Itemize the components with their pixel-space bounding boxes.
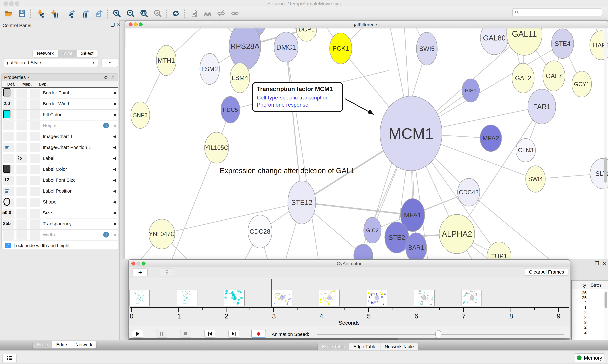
show-details-button[interactable]	[229, 8, 241, 18]
bypass-cell[interactable]	[30, 220, 40, 229]
color-swatch[interactable]	[3, 88, 11, 96]
tab-node-table[interactable]: Node Table	[318, 343, 349, 350]
delete-frame-button[interactable]	[160, 269, 174, 276]
timeline-frame-5[interactable]	[367, 290, 387, 306]
expand-arrow-icon[interactable]: ◀	[113, 102, 116, 106]
float-panel-icon[interactable]: ❐	[111, 22, 115, 28]
timeline-playhead[interactable]	[271, 279, 272, 308]
mapping-cell[interactable]	[16, 187, 27, 196]
skip-to-start-button[interactable]	[204, 330, 215, 338]
zoom-fit-button[interactable]	[138, 8, 151, 18]
network-node-cdc42[interactable]: CDC42	[457, 178, 480, 206]
tab-select[interactable]: Select	[76, 50, 98, 57]
expand-arrow-icon[interactable]: ◀	[113, 221, 116, 226]
timeline[interactable]: 0123456789 Seconds	[129, 279, 570, 326]
network-node-pck1[interactable]: PCK1	[330, 33, 352, 64]
close-panel-icon[interactable]: ✕	[117, 22, 121, 28]
network-node-ste2[interactable]: STE2	[385, 222, 409, 253]
mapping-cell[interactable]	[16, 176, 27, 185]
property-row-border-paint[interactable]: Border Paint◀	[1, 88, 118, 99]
expand-arrow-icon[interactable]: ◀	[113, 211, 116, 215]
expand-arrow-icon[interactable]: ◀	[113, 134, 116, 139]
close-panel-icon[interactable]: ✕	[602, 260, 607, 266]
mapping-cell[interactable]	[16, 198, 27, 207]
network-node-snf3[interactable]: SNF3	[131, 102, 150, 128]
property-row-width[interactable]: Widthi◀	[1, 230, 118, 241]
memory-button[interactable]: Memory	[575, 353, 604, 362]
default-value-cell[interactable]	[3, 132, 14, 141]
import-table-button[interactable]	[47, 8, 60, 18]
network-node-yil105c[interactable]: YIL105C	[205, 132, 229, 163]
network-node-dmc1[interactable]: DMC1	[274, 32, 298, 62]
bypass-cell[interactable]	[30, 121, 40, 130]
column-header[interactable]: Stres	[591, 282, 602, 288]
tab-node[interactable]: Node	[33, 341, 52, 348]
table-cell[interactable]: 26	[572, 291, 587, 296]
timeline-frame-4[interactable]	[319, 290, 339, 306]
tab-network-table[interactable]: Network Table	[380, 343, 418, 350]
network-node-gal80[interactable]: GAL80	[480, 28, 508, 55]
bypass-cell[interactable]	[30, 230, 40, 240]
tab-style[interactable]: Style	[58, 50, 76, 57]
network-node-pdc5[interactable]: PDC5	[221, 96, 240, 123]
zoom-out-button[interactable]	[124, 8, 137, 18]
property-row-image-chart-1[interactable]: Image/Chart 1◀	[1, 131, 118, 142]
mapping-cell[interactable]	[16, 165, 27, 174]
export-image-button[interactable]	[93, 8, 105, 18]
timeline-frame-1[interactable]	[177, 290, 197, 306]
property-row-border-width[interactable]: 2.0Border Width◀	[1, 99, 118, 110]
bypass-cell[interactable]	[30, 143, 40, 152]
network-node-lsm4[interactable]: LSM4	[230, 63, 250, 93]
network-node-mfa2[interactable]: MFA2	[480, 125, 502, 152]
bypass-cell[interactable]	[30, 132, 40, 141]
expand-arrow-icon[interactable]: ◀	[113, 189, 116, 193]
expand-arrow-icon[interactable]: ◀	[113, 167, 116, 171]
timeline-frame-0[interactable]	[129, 290, 150, 306]
table-cell[interactable]: 2	[572, 325, 587, 330]
default-value-cell[interactable]	[3, 154, 14, 163]
network-node-ste4[interactable]: STE4	[552, 29, 574, 59]
bypass-cell[interactable]	[30, 89, 40, 98]
property-row-label-font-size[interactable]: 12Label Font Size◀	[1, 175, 118, 186]
network-node-gal7[interactable]: GAL7	[543, 61, 565, 91]
zoom-in-button[interactable]	[111, 8, 123, 18]
network-node-swi5[interactable]: SWI5	[416, 32, 437, 65]
timeline-frame-6[interactable]	[414, 290, 434, 306]
network-node-gal2[interactable]: GAL2	[512, 63, 534, 93]
properties-header[interactable]: Properties ▾	[1, 74, 118, 81]
task-history-button[interactable]	[2, 354, 17, 362]
default-value-cell[interactable]	[3, 121, 14, 130]
expand-arrow-icon[interactable]: ◀	[113, 145, 116, 150]
skip-to-end-button[interactable]	[228, 330, 239, 338]
bypass-cell[interactable]	[30, 187, 40, 196]
expand-arrow-icon[interactable]: ◀	[113, 91, 116, 95]
bypass-cell[interactable]	[30, 208, 40, 218]
expand-arrow-icon[interactable]: ◀	[113, 178, 116, 182]
stop-button[interactable]	[180, 330, 191, 338]
timeline-frame-2[interactable]	[224, 290, 244, 306]
search-input[interactable]	[512, 8, 602, 16]
property-row-label-color[interactable]: Label Color◀	[1, 164, 118, 175]
table-cell[interactable]: 2	[572, 330, 587, 335]
open-session-button[interactable]	[2, 8, 14, 18]
expand-arrow-icon[interactable]: ◀	[113, 123, 116, 128]
bypass-cell[interactable]	[30, 99, 40, 109]
network-node-mcm1[interactable]: MCM1	[380, 96, 442, 171]
property-row-height[interactable]: Heighti◀	[1, 120, 118, 131]
network-node-lsm2[interactable]: LSM2	[200, 53, 220, 84]
color-swatch[interactable]	[3, 165, 11, 173]
expand-arrow-icon[interactable]: ◀	[113, 233, 116, 237]
mapping-cell[interactable]	[16, 89, 27, 98]
network-node-pis1[interactable]: PIS1	[462, 79, 479, 102]
network-snapshot-button[interactable]	[188, 8, 200, 18]
network-node-mth1[interactable]: MTH1	[156, 45, 176, 76]
bypass-cell[interactable]	[30, 198, 40, 207]
network-node-alpha2[interactable]: ALPHA2	[439, 214, 475, 254]
color-swatch[interactable]	[3, 110, 11, 118]
tab-network[interactable]: Network	[33, 50, 58, 57]
play-button[interactable]	[132, 330, 143, 338]
network-node-far1[interactable]: FAR1	[528, 89, 556, 124]
mapping-cell[interactable]	[16, 208, 27, 218]
table-cell[interactable]: 2	[572, 320, 587, 325]
network-node-bot1[interactable]	[354, 244, 373, 259]
